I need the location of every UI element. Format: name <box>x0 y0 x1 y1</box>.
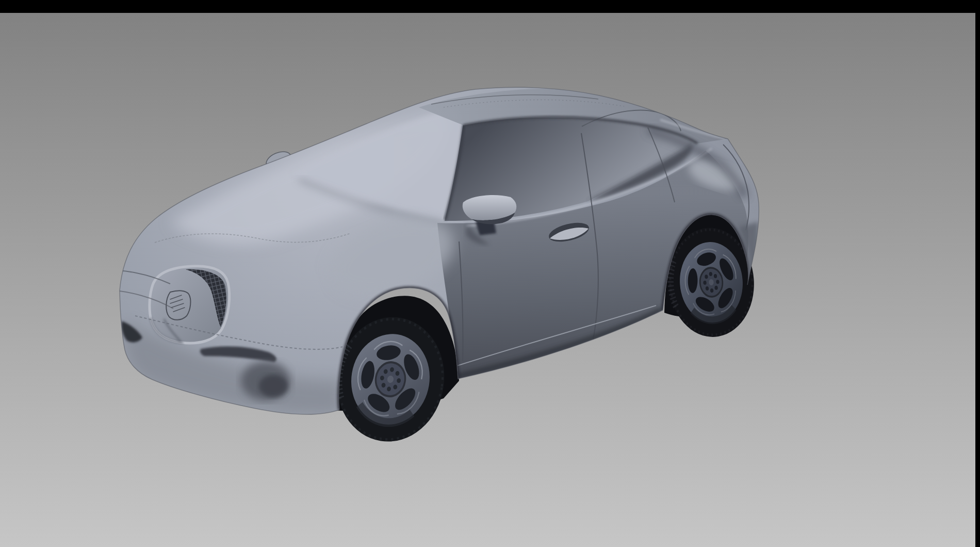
fog-lamp-recess-core <box>259 375 288 397</box>
car-render-canvas <box>0 13 975 547</box>
application-window <box>0 0 980 547</box>
letterbox-top-bar <box>0 0 980 13</box>
front-grille <box>150 266 230 343</box>
3d-viewport[interactable] <box>0 13 975 547</box>
letterbox-right-bar <box>975 0 980 547</box>
